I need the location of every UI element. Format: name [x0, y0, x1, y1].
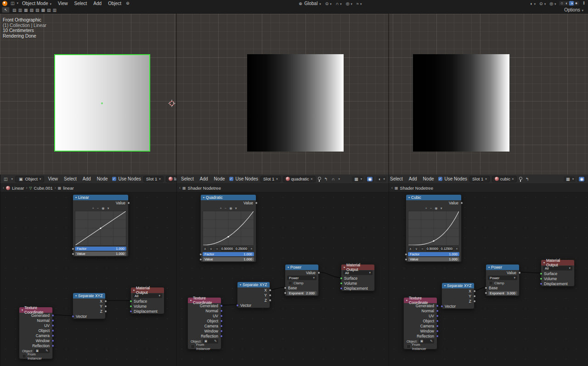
x-output-socket[interactable]: [473, 290, 476, 293]
node-separate-xyz[interactable]: ▾Separate XYZ X Y Z Vector: [237, 282, 270, 308]
collapse-icon[interactable]: ▾: [75, 294, 77, 297]
value-slider[interactable]: Value1.000: [203, 257, 254, 261]
menu-view[interactable]: View: [55, 1, 71, 6]
curve-options-dropdown-icon[interactable]: ▾: [235, 207, 237, 210]
object-output-socket[interactable]: [51, 329, 54, 332]
reflection-output-socket[interactable]: [220, 335, 223, 338]
menu-object[interactable]: Object: [105, 1, 124, 6]
normal-output-socket[interactable]: [436, 310, 439, 312]
point-y-field[interactable]: 0.25000: [235, 247, 248, 251]
menu-add[interactable]: Add: [407, 176, 419, 181]
menu-add[interactable]: Add: [90, 1, 104, 6]
point-x-field[interactable]: 0.50000: [220, 247, 234, 251]
menu-node[interactable]: Node: [421, 176, 436, 181]
node-texture-coordinate[interactable]: ▾Texture Coordinate Generated Normal UV …: [19, 307, 53, 359]
curve-zoom-in-icon[interactable]: +: [425, 207, 427, 210]
reflection-output-socket[interactable]: [436, 335, 439, 338]
collapse-icon[interactable]: ▾: [444, 284, 446, 287]
node-header[interactable]: ▾Separate XYZ: [442, 283, 474, 288]
factor-slider[interactable]: Factor1.000: [75, 247, 126, 251]
menu-select[interactable]: Select: [389, 176, 405, 181]
grid-icon[interactable]: ▦: [565, 177, 571, 181]
proportional-editing-dropdown[interactable]: ◎▾: [345, 1, 352, 6]
operation-select[interactable]: Power▾: [488, 276, 517, 280]
shader-type-select[interactable]: ▣Object▾: [15, 176, 44, 182]
node-float-curve-cubic[interactable]: ▾Cubic Value + − ◉ ▾: [406, 194, 462, 262]
curve-point-icon[interactable]: ◉: [229, 207, 232, 210]
visibility-dropdown[interactable]: ◐▾: [529, 1, 536, 6]
material-datablock[interactable]: quadratic×: [283, 176, 316, 182]
tool-icon-4[interactable]: ▧: [29, 8, 35, 12]
menu-select[interactable]: Select: [72, 1, 90, 6]
parent-tree-icon[interactable]: ↰: [525, 177, 530, 181]
window-output-socket[interactable]: [51, 339, 54, 342]
value-slider[interactable]: Value1.000: [408, 257, 459, 261]
active-tool-button[interactable]: ↖: [2, 7, 10, 13]
node-material-output[interactable]: ▾Material Output All▾ Surface Volume Dis…: [341, 264, 375, 291]
z-output-socket[interactable]: [269, 299, 271, 302]
plane-quadratic[interactable]: [247, 54, 344, 152]
reflection-output-socket[interactable]: [51, 344, 54, 347]
pin-icon[interactable]: [318, 177, 321, 180]
exponent-input-socket[interactable]: [284, 292, 287, 294]
factor-input-socket[interactable]: [72, 248, 74, 250]
mode-cycle-icon[interactable]: ⊚: [125, 1, 130, 6]
curve-zoom-out-icon[interactable]: −: [225, 207, 226, 210]
handle-auto-button[interactable]: ∧: [203, 247, 208, 251]
curve-options-dropdown-icon[interactable]: ▾: [107, 207, 109, 210]
tool-icon-1[interactable]: ▤: [11, 8, 17, 12]
curve-widget[interactable]: + − ◉ ▾: [203, 206, 254, 246]
node-material-output[interactable]: ▾Material Output All▾ Surface Volume Dis…: [541, 259, 575, 287]
exponent-slider[interactable]: Exponent2.000: [287, 291, 317, 295]
generated-output-socket[interactable]: [220, 304, 223, 307]
displacement-input-socket[interactable]: [340, 287, 343, 290]
menu-node[interactable]: Node: [95, 176, 110, 181]
normal-output-socket[interactable]: [51, 319, 54, 322]
operation-select[interactable]: Power▾: [287, 276, 317, 280]
parent-tree-icon[interactable]: ↰: [323, 177, 329, 181]
handle-smooth-button[interactable]: ≈: [215, 247, 220, 251]
snapping-dropdown[interactable]: ∩▾: [335, 1, 342, 6]
region-toggle-icon[interactable]: ‹: [391, 186, 393, 190]
unlink-icon[interactable]: ×: [311, 177, 313, 181]
curve-point-icon[interactable]: ◉: [435, 207, 438, 210]
node-canvas[interactable]: ▾Quadratic Value + − ◉ ▾: [177, 192, 389, 366]
volume-input-socket[interactable]: [540, 277, 543, 280]
object-output-socket[interactable]: [436, 320, 439, 322]
tool-icon-6[interactable]: ▩: [40, 8, 46, 12]
base-input-socket[interactable]: [284, 287, 287, 289]
x-output-socket[interactable]: [269, 289, 271, 292]
normal-output-socket[interactable]: [220, 310, 223, 312]
z-output-socket[interactable]: [473, 300, 476, 303]
collapse-icon[interactable]: ▾: [203, 196, 204, 199]
node-header[interactable]: ▾Power: [285, 265, 318, 270]
handle-vector-button[interactable]: ∨: [209, 247, 214, 251]
value-output-socket[interactable]: [317, 271, 320, 274]
node-header[interactable]: ▾Material Output: [541, 260, 574, 265]
curve-point-icon[interactable]: ◉: [102, 207, 105, 210]
unlink-icon[interactable]: ×: [512, 177, 514, 181]
curve-zoom-out-icon[interactable]: −: [430, 207, 432, 210]
value-output-socket[interactable]: [518, 271, 521, 274]
breadcrumb-item[interactable]: Shader Nodetree: [400, 186, 433, 191]
volume-input-socket[interactable]: [340, 282, 343, 285]
slot-select[interactable]: Slot 1▾: [143, 176, 164, 182]
z-output-socket[interactable]: [104, 310, 107, 313]
use-nodes-checkbox[interactable]: ✓: [438, 177, 442, 181]
exponent-slider[interactable]: Exponent3.000: [488, 291, 517, 295]
uv-output-socket[interactable]: [220, 315, 223, 317]
curve-plot[interactable]: [203, 211, 254, 246]
node-float-curve-quadratic[interactable]: ▾Quadratic Value + − ◉ ▾: [200, 194, 256, 262]
displacement-input-socket[interactable]: [130, 310, 132, 313]
node-header[interactable]: ▾Texture Coordinate: [19, 307, 52, 313]
collapse-icon[interactable]: ▾: [75, 196, 77, 199]
menu-select[interactable]: Select: [179, 176, 196, 181]
camera-output-socket[interactable]: [51, 334, 54, 337]
collapse-icon[interactable]: ▾: [406, 299, 407, 302]
surface-input-socket[interactable]: [540, 272, 543, 275]
menu-node[interactable]: Node: [212, 176, 227, 181]
value-input-socket[interactable]: [199, 258, 202, 261]
x-output-socket[interactable]: [104, 300, 107, 303]
vector-input-socket[interactable]: [441, 305, 443, 308]
breadcrumb-item[interactable]: Shader Nodetree: [188, 186, 221, 191]
